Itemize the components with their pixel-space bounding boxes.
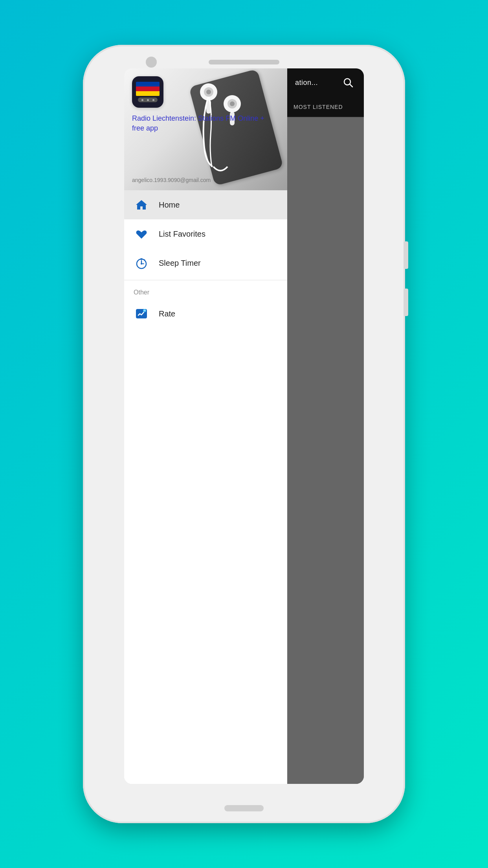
heart-icon	[134, 226, 149, 242]
volume-button-down[interactable]	[404, 289, 408, 316]
svg-rect-12	[140, 258, 143, 260]
phone-camera	[146, 57, 157, 68]
nav-item-rate[interactable]: Rate	[124, 299, 287, 328]
svg-point-2	[206, 90, 211, 94]
top-bar: ation...	[287, 68, 364, 97]
nav-home-label: Home	[159, 200, 180, 210]
flag-blue	[136, 82, 160, 86]
drawer-app-name: Radio Liechtenstein: Stations FM Online …	[132, 114, 275, 133]
drawer-email: angelico.1993.9090@gmail.com	[132, 177, 211, 183]
app-title: ation...	[295, 79, 318, 87]
timer-icon	[134, 255, 149, 271]
screen: Radio Liechtenstein: Stations FM Online …	[124, 68, 364, 784]
svg-point-6	[230, 101, 235, 106]
rate-icon	[134, 306, 149, 322]
nav-favorites-label: List Favorites	[159, 230, 205, 239]
nav-item-sleep-timer[interactable]: Sleep Timer	[124, 248, 287, 278]
home-button[interactable]	[224, 805, 264, 811]
search-button[interactable]	[340, 75, 356, 90]
flag-red	[136, 86, 160, 91]
navigation-drawer: Radio Liechtenstein: Stations FM Online …	[124, 68, 287, 784]
nav-rate-label: Rate	[159, 309, 175, 318]
nav-items-container: Home List Favorites	[124, 190, 287, 784]
svg-rect-3	[206, 100, 211, 114]
volume-button-up[interactable]	[404, 241, 408, 269]
phone-speaker	[209, 60, 279, 64]
flag-icon	[136, 82, 160, 96]
tabs-bar: MOST LISTENED	[287, 97, 364, 117]
app-icon	[132, 76, 163, 108]
right-content	[287, 117, 364, 784]
right-panel: ation... MOST LISTENED	[287, 68, 364, 784]
flag-yellow	[136, 91, 160, 96]
other-section-label: Other	[124, 283, 287, 299]
home-icon	[134, 197, 149, 213]
drawer-header: Radio Liechtenstein: Stations FM Online …	[124, 68, 287, 190]
radio-icon	[138, 97, 158, 102]
svg-line-16	[350, 84, 352, 87]
nav-item-home[interactable]: Home	[124, 190, 287, 219]
nav-item-list-favorites[interactable]: List Favorites	[124, 219, 287, 248]
tab-most-listened[interactable]: MOST LISTENED	[294, 104, 343, 110]
nav-divider	[124, 280, 287, 280]
nav-sleep-timer-label: Sleep Timer	[159, 259, 201, 268]
phone-frame: Radio Liechtenstein: Stations FM Online …	[83, 45, 405, 823]
